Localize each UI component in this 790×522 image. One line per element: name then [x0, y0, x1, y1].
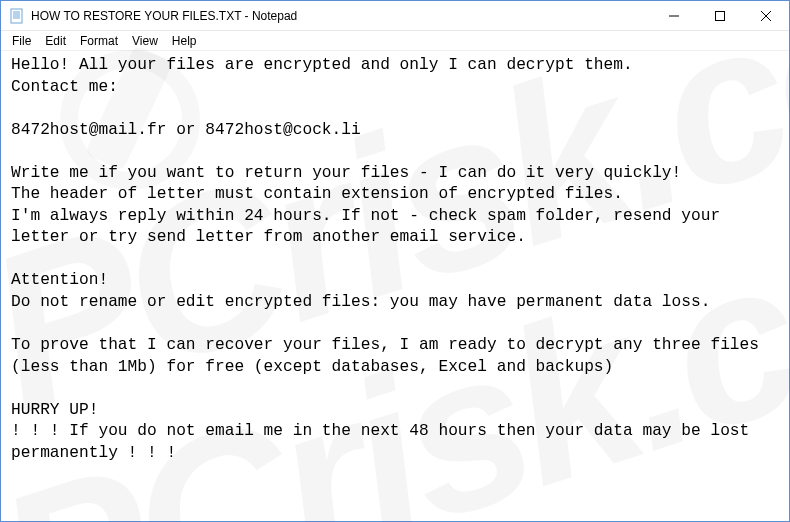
maximize-button[interactable] [697, 1, 743, 30]
window-controls [651, 1, 789, 30]
text-area[interactable]: Hello! All your files are encrypted and … [1, 51, 789, 521]
notepad-window: HOW TO RESTORE YOUR FILES.TXT - Notepad … [0, 0, 790, 522]
svg-rect-6 [716, 11, 725, 20]
menu-file[interactable]: File [5, 32, 38, 50]
notepad-icon [9, 8, 25, 24]
window-title: HOW TO RESTORE YOUR FILES.TXT - Notepad [31, 9, 651, 23]
close-button[interactable] [743, 1, 789, 30]
menu-format[interactable]: Format [73, 32, 125, 50]
menu-edit[interactable]: Edit [38, 32, 73, 50]
menubar: File Edit Format View Help [1, 31, 789, 51]
menu-view[interactable]: View [125, 32, 165, 50]
minimize-button[interactable] [651, 1, 697, 30]
titlebar[interactable]: HOW TO RESTORE YOUR FILES.TXT - Notepad [1, 1, 789, 31]
menu-help[interactable]: Help [165, 32, 204, 50]
